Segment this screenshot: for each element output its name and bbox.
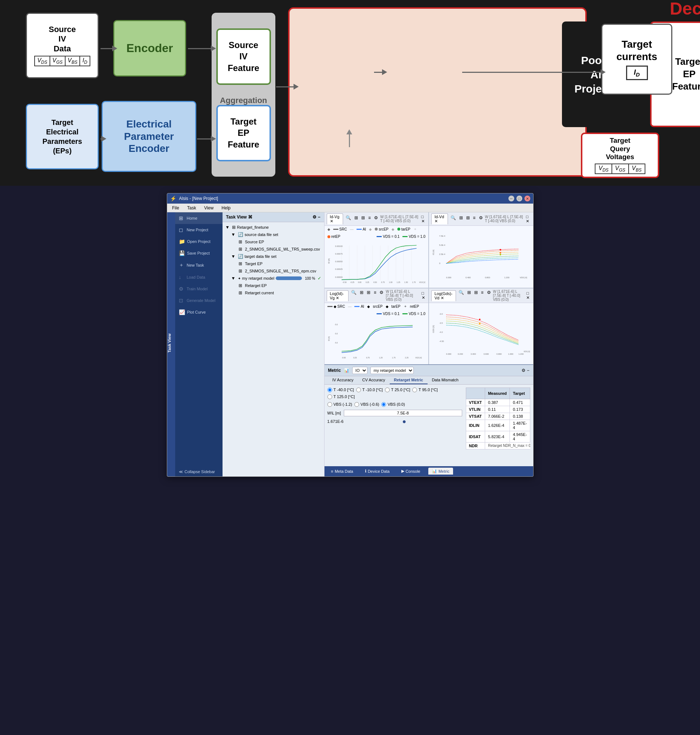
chart3-zoom-icon[interactable]: 🔍 (350, 290, 357, 301)
chart1-grid2-icon[interactable]: ⊞ (360, 215, 366, 223)
ep-encoder-box: Electrical Parameter Encoder (101, 101, 196, 172)
chart2-min-icon[interactable]: □ ✕ (526, 215, 531, 223)
q-vds-cell: VDS (596, 164, 612, 173)
chart4-grid-icon[interactable]: ⊞ (466, 290, 472, 301)
radio-vbs-00-input[interactable] (381, 402, 386, 407)
radio-t125-input[interactable] (327, 394, 332, 399)
task-panel-controls[interactable]: ⚙ − (312, 215, 320, 220)
radio-vbs-06-input[interactable] (354, 402, 359, 407)
status-tab-metric[interactable]: 📊 Metric (428, 467, 453, 475)
radio-t25-input[interactable] (385, 388, 390, 392)
svg-text:-4.0: -4.0 (439, 331, 443, 333)
status-tab-console[interactable]: ▶ Console (398, 467, 424, 475)
status-tab-device[interactable]: ℹ Device Data (361, 467, 393, 475)
chart1-tab[interactable]: Id-Vg ✕ (327, 213, 343, 224)
tree-source-ep[interactable]: ⊞ Source EP (224, 238, 323, 245)
chart1-settings-icon[interactable]: ⚙ (373, 215, 379, 223)
radio-vbs-12-input[interactable] (327, 402, 332, 407)
radio-t-10[interactable]: T -10.0 [°C] (356, 388, 383, 392)
chart4-min-icon[interactable]: □ ✕ (526, 291, 531, 300)
chart3-tab[interactable]: Log(Id)-Vg ✕ (327, 290, 349, 301)
radio-vbs-00[interactable]: VBS (0.0) (381, 402, 405, 407)
tree-root[interactable]: ▼ ⊞ Retarget_finetune (224, 223, 323, 231)
chart1-controls[interactable]: 🔍 ⊞ ⊞ ≡ ⚙ W [1.671E-6] L [7.5E-8] T [-40… (344, 215, 420, 223)
tab-iv-accuracy[interactable]: IV Accuracy (328, 376, 358, 384)
metric-settings-icon[interactable]: ⚙ − (522, 368, 529, 373)
chart3-grid-icon[interactable]: ⊞ (359, 290, 365, 301)
task-view-tab[interactable]: Task View (167, 212, 175, 476)
sidebar-item-open-project[interactable]: 📁 Open Project (175, 236, 222, 247)
chart2-controls[interactable]: 🔍 ⊞ ⊞ ≡ ⚙ W [1.671E-6] L [7.5E-8] T [-40… (449, 215, 525, 223)
chart2-zoom-icon[interactable]: 🔍 (449, 215, 457, 223)
chart4-settings-icon[interactable]: ⚙ (486, 290, 492, 301)
maximize-button[interactable]: □ (516, 196, 522, 201)
chart3-tab-label: Log(Id)-Vg ✕ (330, 291, 344, 300)
tree-retarget-ep[interactable]: ⊞ Retarget EP (224, 282, 323, 289)
sidebar-item-plot-curve[interactable]: 📈 Plot Curve (175, 306, 222, 318)
radio-t-40-input[interactable] (327, 388, 332, 392)
chart2-bar-icon[interactable]: ≡ (472, 215, 477, 223)
chart2-tab[interactable]: Id-Vd ✕ (431, 213, 448, 224)
minimize-button[interactable]: ─ (509, 196, 514, 201)
metric-table-row-3: IDLIN1.626E-41.487E-41.487E-40E0(%)-8.54… (466, 420, 530, 431)
menu-view[interactable]: View (201, 205, 218, 211)
radio-t95-input[interactable] (412, 388, 417, 392)
chart1-min-icon[interactable]: □ ✕ (421, 215, 426, 223)
radio-t25[interactable]: T 25.0 [°C] (385, 388, 410, 392)
chart4-grid2-icon[interactable]: ⊞ (473, 290, 479, 301)
metric-io-selector[interactable]: IO (352, 367, 368, 374)
radio-t-40[interactable]: T -40.0 [°C] (327, 388, 354, 392)
chart4-zoom-icon[interactable]: 🔍 (457, 290, 465, 301)
status-tab-meta[interactable]: ≡ Meta Data (327, 468, 357, 475)
chart1-bar-icon[interactable]: ≡ (367, 215, 372, 223)
tab-retarget-metric[interactable]: Retarget Metric (390, 376, 428, 384)
sidebar-item-new-project[interactable]: ◻ New Project (175, 224, 222, 236)
chart4-tab[interactable]: Log(Gds)-Vd ✕ (431, 290, 456, 301)
chart3-controls[interactable]: 🔍 ⊞ ⊞ ≡ ⚙ W [1.671E-6] L [7.5E-8] T [-40… (350, 290, 420, 301)
tab-data-mismatch[interactable]: Data Mismatch (428, 376, 463, 384)
chart2-grid2-icon[interactable]: ⊞ (465, 215, 471, 223)
radio-t-10-input[interactable] (356, 388, 361, 392)
target-csv-icon: ⊞ (238, 268, 244, 273)
chart3-bar-icon[interactable]: ≡ (373, 290, 377, 301)
radio-vbs-06[interactable]: VBS (-0.6) (354, 402, 379, 407)
chart4-bar-icon[interactable]: ≡ (480, 290, 485, 301)
chart1-zoom-icon[interactable]: 🔍 (344, 215, 352, 223)
metric-cell-5-0: NDR (466, 442, 485, 449)
title-bar-controls[interactable]: ─ □ ✕ (509, 196, 530, 201)
tree-target-data[interactable]: ▼ 🔄 target data file set (224, 253, 323, 260)
chart2-settings-icon[interactable]: ⚙ (478, 215, 484, 223)
menu-help[interactable]: Help (218, 205, 234, 211)
tab-cv-accuracy[interactable]: CV Accuracy (358, 376, 390, 384)
svg-point-64 (479, 319, 480, 320)
menu-file[interactable]: File (169, 205, 183, 211)
radio-vbs-12[interactable]: VBS (-1.2) (327, 402, 352, 407)
tree-source-data[interactable]: ▼ 🔄 source data file set (224, 231, 323, 238)
chart3-settings-icon[interactable]: ⚙ (378, 290, 385, 301)
chart3-min-icon[interactable]: □ ✕ (422, 291, 426, 300)
sidebar-item-home[interactable]: ⊞ Home (175, 212, 222, 224)
ep-encoder-label: Electrical Parameter Encoder (106, 118, 192, 155)
chart1-grid-icon[interactable]: ⊞ (353, 215, 359, 223)
radio-t95[interactable]: T 95.0 [°C] (412, 388, 438, 392)
tree-model[interactable]: ▼ ✦ my retarget model 100 % ✓ (224, 275, 323, 282)
svg-text:5.0E-4: 5.0E-4 (439, 244, 446, 246)
menu-task[interactable]: Task (184, 205, 200, 211)
tree-target-csv[interactable]: ⊞ 2_SNMOS_SINGLE_WL_TR5_epm.csv (224, 268, 323, 275)
metric-model-selector[interactable]: my retarget model (371, 367, 414, 374)
tree-source-ep-label: Source EP (245, 240, 265, 244)
sidebar-item-save-project[interactable]: 💾 Save Project (175, 247, 222, 259)
tree-source-csv[interactable]: ⊞ 2_SNMOS_SINGLE_WL_TR5_sweep.csv (224, 245, 323, 253)
collapse-sidebar-label: Collapse Sidebar (185, 469, 215, 474)
chart3-grid2-icon[interactable]: ⊞ (366, 290, 372, 301)
chart2-grid-icon[interactable]: ⊞ (458, 215, 464, 223)
w-value-label: 1.671E-6 (327, 419, 344, 423)
radio-t125[interactable]: T 125.0 [°C] (327, 394, 355, 399)
sidebar-item-new-task[interactable]: ＋ New Task (175, 259, 222, 271)
close-button[interactable]: ✕ (525, 196, 530, 201)
collapse-sidebar-button[interactable]: ≪ Collapse Sidebar (175, 467, 222, 476)
chart1-svg: 0.00100 0.00075 0.00050 0.00025 0.00000 … (327, 242, 426, 285)
tree-target-ep[interactable]: ⊞ Target EP (224, 260, 323, 268)
chart4-controls[interactable]: 🔍 ⊞ ⊞ ≡ ⚙ W [1.671E-6] L [7.5E-8] T [-40… (457, 290, 525, 301)
tree-retarget-current[interactable]: ⊞ Retarget current (224, 289, 323, 297)
